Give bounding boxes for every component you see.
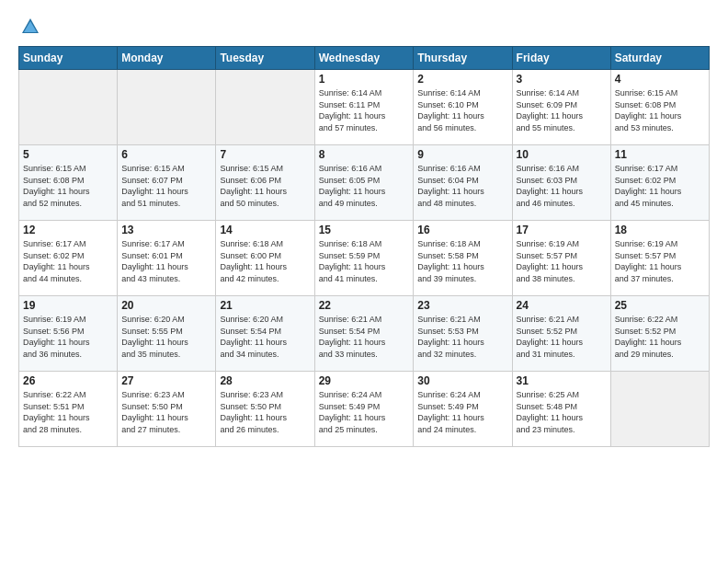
day-number: 16 (417, 224, 507, 236)
calendar-cell: 6Sunrise: 6:15 AM Sunset: 6:07 PM Daylig… (118, 145, 216, 221)
calendar-cell: 25Sunrise: 6:22 AM Sunset: 5:52 PM Dayli… (610, 296, 709, 372)
day-number: 31 (517, 374, 607, 387)
day-number: 24 (517, 299, 607, 312)
day-number: 5 (23, 148, 113, 161)
day-number: 29 (319, 374, 410, 387)
calendar-cell: 4Sunrise: 6:15 AM Sunset: 6:08 PM Daylig… (610, 70, 709, 145)
day-info: Sunrise: 6:19 AM Sunset: 5:56 PM Dayligh… (23, 314, 113, 360)
day-number: 8 (319, 148, 410, 161)
calendar-cell: 1Sunrise: 6:14 AM Sunset: 6:11 PM Daylig… (314, 70, 414, 145)
calendar-cell: 23Sunrise: 6:21 AM Sunset: 5:53 PM Dayli… (414, 296, 512, 372)
calendar-cell: 13Sunrise: 6:17 AM Sunset: 6:01 PM Dayli… (118, 221, 216, 296)
logo-icon (20, 17, 40, 37)
logo (18, 17, 40, 37)
day-number: 26 (23, 374, 113, 387)
calendar-cell: 21Sunrise: 6:20 AM Sunset: 5:54 PM Dayli… (216, 296, 314, 372)
day-number: 7 (220, 148, 310, 161)
calendar-cell: 30Sunrise: 6:24 AM Sunset: 5:49 PM Dayli… (414, 372, 512, 447)
day-info: Sunrise: 6:20 AM Sunset: 5:55 PM Dayligh… (121, 314, 211, 360)
day-info: Sunrise: 6:21 AM Sunset: 5:53 PM Dayligh… (417, 314, 507, 360)
day-info: Sunrise: 6:19 AM Sunset: 5:57 PM Dayligh… (517, 238, 607, 284)
day-number: 4 (615, 73, 705, 86)
calendar-cell: 5Sunrise: 6:15 AM Sunset: 6:08 PM Daylig… (19, 145, 118, 221)
week-row-4: 19Sunrise: 6:19 AM Sunset: 5:56 PM Dayli… (19, 296, 710, 372)
weekday-header-saturday: Saturday (610, 47, 709, 70)
weekday-header-thursday: Thursday (414, 47, 512, 70)
day-number: 17 (517, 224, 607, 236)
day-info: Sunrise: 6:22 AM Sunset: 5:52 PM Dayligh… (615, 314, 705, 360)
day-info: Sunrise: 6:18 AM Sunset: 5:58 PM Dayligh… (417, 238, 507, 284)
day-number: 23 (417, 299, 507, 312)
day-info: Sunrise: 6:17 AM Sunset: 6:02 PM Dayligh… (23, 238, 113, 284)
day-info: Sunrise: 6:16 AM Sunset: 6:03 PM Dayligh… (517, 163, 607, 209)
day-number: 27 (121, 374, 211, 387)
day-number: 21 (220, 299, 310, 312)
calendar-cell (216, 70, 314, 145)
day-number: 30 (417, 374, 507, 387)
header (18, 17, 710, 37)
day-info: Sunrise: 6:15 AM Sunset: 6:07 PM Dayligh… (121, 163, 211, 209)
calendar-cell: 15Sunrise: 6:18 AM Sunset: 5:59 PM Dayli… (314, 221, 414, 296)
calendar-cell: 18Sunrise: 6:19 AM Sunset: 5:57 PM Dayli… (610, 221, 709, 296)
day-number: 1 (319, 73, 410, 86)
calendar-cell: 2Sunrise: 6:14 AM Sunset: 6:10 PM Daylig… (414, 70, 512, 145)
calendar-cell: 31Sunrise: 6:25 AM Sunset: 5:48 PM Dayli… (512, 372, 610, 447)
calendar-cell: 3Sunrise: 6:14 AM Sunset: 6:09 PM Daylig… (512, 70, 610, 145)
calendar-cell: 16Sunrise: 6:18 AM Sunset: 5:58 PM Dayli… (414, 221, 512, 296)
calendar-cell: 11Sunrise: 6:17 AM Sunset: 6:02 PM Dayli… (610, 145, 709, 221)
day-number: 14 (220, 224, 310, 236)
page: SundayMondayTuesdayWednesdayThursdayFrid… (0, 0, 728, 563)
day-number: 19 (23, 299, 113, 312)
weekday-header-sunday: Sunday (19, 47, 118, 70)
day-number: 15 (319, 224, 410, 236)
calendar-cell (118, 70, 216, 145)
day-info: Sunrise: 6:18 AM Sunset: 6:00 PM Dayligh… (220, 238, 310, 284)
calendar-cell: 10Sunrise: 6:16 AM Sunset: 6:03 PM Dayli… (512, 145, 610, 221)
calendar-cell: 14Sunrise: 6:18 AM Sunset: 6:00 PM Dayli… (216, 221, 314, 296)
day-info: Sunrise: 6:19 AM Sunset: 5:57 PM Dayligh… (615, 238, 705, 284)
calendar-cell: 28Sunrise: 6:23 AM Sunset: 5:50 PM Dayli… (216, 372, 314, 447)
week-row-2: 5Sunrise: 6:15 AM Sunset: 6:08 PM Daylig… (19, 145, 710, 221)
calendar-cell: 29Sunrise: 6:24 AM Sunset: 5:49 PM Dayli… (314, 372, 414, 447)
day-number: 6 (121, 148, 211, 161)
day-number: 13 (121, 224, 211, 236)
week-row-1: 1Sunrise: 6:14 AM Sunset: 6:11 PM Daylig… (19, 70, 710, 145)
calendar-cell: 27Sunrise: 6:23 AM Sunset: 5:50 PM Dayli… (118, 372, 216, 447)
day-number: 28 (220, 374, 310, 387)
calendar-cell: 20Sunrise: 6:20 AM Sunset: 5:55 PM Dayli… (118, 296, 216, 372)
day-info: Sunrise: 6:24 AM Sunset: 5:49 PM Dayligh… (417, 389, 507, 435)
calendar-cell: 22Sunrise: 6:21 AM Sunset: 5:54 PM Dayli… (314, 296, 414, 372)
day-info: Sunrise: 6:15 AM Sunset: 6:08 PM Dayligh… (23, 163, 113, 209)
weekday-header-tuesday: Tuesday (216, 47, 314, 70)
weekday-header-row: SundayMondayTuesdayWednesdayThursdayFrid… (19, 47, 710, 70)
day-info: Sunrise: 6:15 AM Sunset: 6:06 PM Dayligh… (220, 163, 310, 209)
weekday-header-wednesday: Wednesday (314, 47, 414, 70)
day-number: 18 (615, 224, 705, 236)
day-info: Sunrise: 6:20 AM Sunset: 5:54 PM Dayligh… (220, 314, 310, 360)
calendar-table: SundayMondayTuesdayWednesdayThursdayFrid… (18, 46, 710, 447)
day-number: 12 (23, 224, 113, 236)
day-info: Sunrise: 6:16 AM Sunset: 6:05 PM Dayligh… (319, 163, 410, 209)
weekday-header-monday: Monday (118, 47, 216, 70)
day-info: Sunrise: 6:22 AM Sunset: 5:51 PM Dayligh… (23, 389, 113, 435)
calendar-cell: 19Sunrise: 6:19 AM Sunset: 5:56 PM Dayli… (19, 296, 118, 372)
day-number: 9 (417, 148, 507, 161)
calendar-cell: 12Sunrise: 6:17 AM Sunset: 6:02 PM Dayli… (19, 221, 118, 296)
day-info: Sunrise: 6:14 AM Sunset: 6:10 PM Dayligh… (417, 87, 507, 133)
calendar-cell: 9Sunrise: 6:16 AM Sunset: 6:04 PM Daylig… (414, 145, 512, 221)
calendar-cell: 26Sunrise: 6:22 AM Sunset: 5:51 PM Dayli… (19, 372, 118, 447)
day-number: 22 (319, 299, 410, 312)
day-info: Sunrise: 6:17 AM Sunset: 6:01 PM Dayligh… (121, 238, 211, 284)
day-info: Sunrise: 6:23 AM Sunset: 5:50 PM Dayligh… (121, 389, 211, 435)
day-info: Sunrise: 6:25 AM Sunset: 5:48 PM Dayligh… (517, 389, 607, 435)
day-number: 10 (517, 148, 607, 161)
day-info: Sunrise: 6:16 AM Sunset: 6:04 PM Dayligh… (417, 163, 507, 209)
day-info: Sunrise: 6:14 AM Sunset: 6:11 PM Dayligh… (319, 87, 410, 133)
day-info: Sunrise: 6:17 AM Sunset: 6:02 PM Dayligh… (615, 163, 705, 209)
week-row-5: 26Sunrise: 6:22 AM Sunset: 5:51 PM Dayli… (19, 372, 710, 447)
day-number: 2 (417, 73, 507, 86)
day-number: 3 (517, 73, 607, 86)
day-info: Sunrise: 6:15 AM Sunset: 6:08 PM Dayligh… (615, 87, 705, 133)
day-number: 20 (121, 299, 211, 312)
day-number: 11 (615, 148, 705, 161)
